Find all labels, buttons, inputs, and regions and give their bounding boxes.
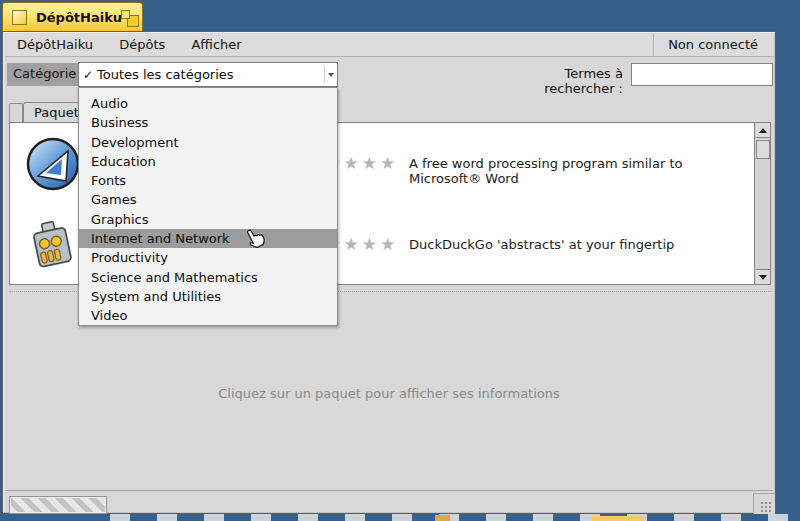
status-bar-divider — [5, 490, 773, 491]
tab-stub — [9, 103, 23, 123]
menu-depothaiku[interactable]: DépôtHaiku — [6, 34, 104, 56]
background-windows-strip — [110, 514, 800, 521]
menu-item-fonts[interactable]: Fonts — [79, 171, 337, 190]
category-selected-value: Toutes les catégories — [97, 67, 234, 82]
vertical-scrollbar[interactable] — [754, 123, 770, 284]
package-description: DuckDuckGo 'abstracts' at your fingertip — [409, 237, 674, 252]
close-button[interactable] — [12, 10, 27, 25]
menu-item-video[interactable]: Video — [79, 306, 337, 325]
resize-grip-dots-icon — [760, 501, 773, 512]
menu-item-games[interactable]: Games — [79, 190, 337, 209]
scrollbar-thumb[interactable] — [756, 140, 770, 159]
menu-item-education[interactable]: Education — [79, 152, 337, 171]
background-window-fragment — [435, 515, 450, 521]
checkmark-icon: ✓ — [79, 68, 97, 82]
desktop: DépôtHaiku DépôtHaiku Dépôts Afficher No… — [0, 0, 800, 521]
menu-item-graphics[interactable]: Graphics — [79, 210, 337, 229]
robot-icon — [24, 216, 82, 274]
search-input[interactable] — [631, 63, 773, 86]
menu-item-development[interactable]: Development — [79, 133, 337, 152]
zoom-button[interactable] — [120, 9, 141, 28]
scroll-up-button[interactable] — [756, 123, 770, 138]
arrow-up-icon — [759, 128, 767, 133]
abiword-icon — [24, 135, 82, 193]
menu-depots[interactable]: Dépôts — [108, 34, 176, 56]
menu-item-productivity[interactable]: Productivity — [79, 248, 337, 267]
category-popup-field[interactable]: ✓ Toutes les catégories — [78, 62, 338, 87]
menu-item-science-and-mathematics[interactable]: Science and Mathematics — [79, 268, 337, 287]
menu-afficher[interactable]: Afficher — [180, 34, 252, 56]
menu-bar: DépôtHaiku Dépôts Afficher Non connecté — [6, 34, 774, 57]
connection-status-menu[interactable]: Non connecté — [653, 34, 772, 56]
menu-item-audio[interactable]: Audio — [79, 94, 337, 113]
menu-item-system-and-utilities[interactable]: System and Utilities — [79, 287, 337, 306]
search-label: Termes à rechercher : — [498, 66, 623, 96]
info-pane-placeholder: Cliquez sur un paquet pour afficher ses … — [3, 386, 775, 401]
window-title-tab[interactable]: DépôtHaiku — [2, 2, 143, 32]
zoom-icon-small — [121, 10, 130, 19]
menu-item-business[interactable]: Business — [79, 113, 337, 132]
arrow-down-icon — [759, 275, 767, 280]
menu-item-internet-and-network[interactable]: Internet and Network — [79, 229, 337, 248]
chevron-down-icon — [328, 73, 334, 77]
package-description: A free word processing program similar t… — [409, 156, 754, 186]
busy-progress-indicator — [9, 496, 107, 514]
resize-grip[interactable] — [753, 493, 775, 514]
window-title: DépôtHaiku — [36, 10, 122, 25]
background-window-fragment — [592, 516, 644, 521]
scroll-down-button[interactable] — [756, 269, 770, 284]
popup-arrow — [324, 66, 336, 83]
category-dropdown-menu: Audio Business Development Education Fon… — [78, 87, 338, 326]
